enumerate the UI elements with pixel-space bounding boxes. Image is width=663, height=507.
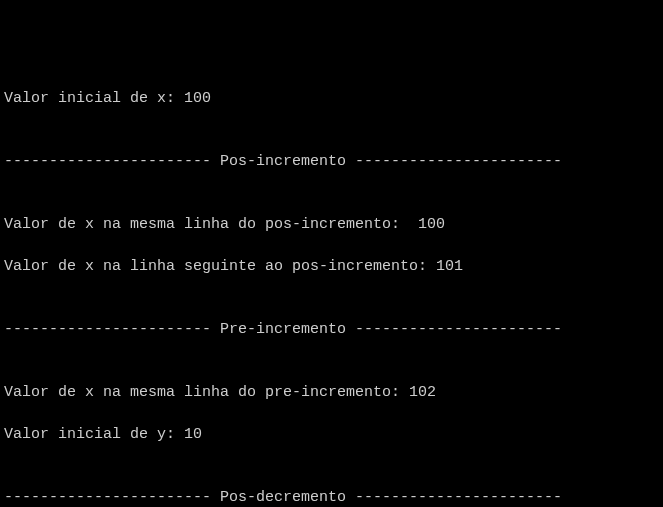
section-header: ----------------------- Pre-incremento -… [4, 319, 659, 340]
output-line: Valor de x na mesma linha do pre-increme… [4, 382, 659, 403]
section-header: ----------------------- Pos-incremento -… [4, 151, 659, 172]
output-line: Valor de x na mesma linha do pos-increme… [4, 214, 659, 235]
output-line: Valor de x na linha seguinte ao pos-incr… [4, 256, 659, 277]
output-line: Valor inicial de x: 100 [4, 88, 659, 109]
output-line: Valor inicial de y: 10 [4, 424, 659, 445]
section-header: ----------------------- Pos-decremento -… [4, 487, 659, 507]
